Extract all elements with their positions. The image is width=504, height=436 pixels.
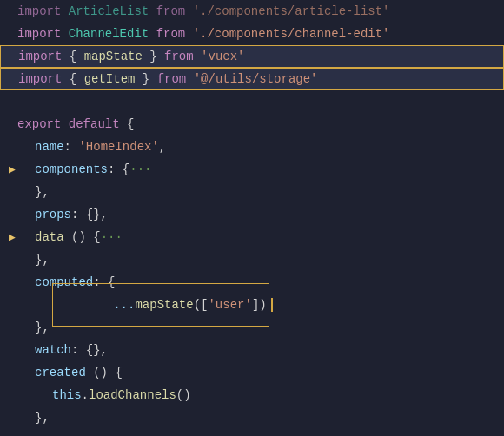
close-brace-comma: },	[35, 185, 50, 199]
prop-data: data	[35, 230, 71, 244]
paren-open: ([	[194, 298, 209, 312]
computed-close: },	[35, 320, 50, 334]
code-line-export: export default {	[0, 113, 504, 135]
string-homeindex: 'HomeIndex'	[78, 140, 158, 154]
spread-operator: ...	[113, 298, 135, 312]
keyword-import: import	[17, 27, 69, 41]
code-line-props: props : {},	[0, 203, 504, 226]
code-line-mapstate: ...mapState(['user'])	[0, 294, 504, 316]
keyword-this: this	[52, 388, 82, 402]
keyword-from: from	[156, 27, 193, 41]
keyword-import: import	[18, 50, 70, 63]
colon: :	[64, 140, 79, 154]
colon-brace: : {	[108, 162, 129, 176]
identifier-mapstate: mapState	[84, 50, 150, 63]
code-line-final-close: },	[0, 406, 504, 429]
ellipsis-data: ···	[101, 230, 123, 244]
prop-components: components	[35, 162, 108, 176]
brace-close: }	[149, 50, 164, 63]
props-braces: : {},	[71, 208, 108, 221]
code-line-components-close: },	[0, 181, 504, 203]
code-line-computed-close: },	[0, 316, 504, 339]
keyword-from: from	[157, 72, 194, 86]
identifier: ChannelEdit	[69, 27, 156, 41]
code-line-2: import ChannelEdit from './components/ch…	[0, 23, 504, 45]
paren-close: ])	[252, 298, 267, 312]
arrow-indicator: ▶	[9, 162, 16, 176]
prop-watch: watch	[35, 343, 71, 357]
code-line-watch: watch : {},	[0, 339, 504, 361]
keyword-import: import	[18, 72, 70, 86]
final-brace: },	[35, 411, 50, 425]
comma: ,	[159, 140, 166, 154]
call-parens: ()	[176, 388, 191, 402]
brace-close: }	[143, 72, 157, 86]
mapstate-call: mapState	[135, 298, 193, 312]
prop-name: name	[35, 140, 64, 154]
keyword-default: default	[69, 117, 127, 131]
data-close: },	[35, 253, 50, 267]
brace: {	[127, 117, 134, 131]
code-line-loadchannels: this . loadChannels ()	[0, 384, 504, 406]
string-path: './components/channel-edit'	[193, 27, 390, 41]
code-line-1: import ArticleList from './components/ar…	[0, 0, 504, 23]
dot: .	[82, 388, 89, 402]
created-paren: () {	[93, 366, 123, 380]
prop-created: created	[35, 366, 93, 380]
code-line-data-close: },	[0, 248, 504, 271]
arrow-indicator-data: ▶	[9, 230, 16, 244]
method-loadchannels: loadChannels	[89, 388, 176, 402]
code-line-name: name : 'HomeIndex' ,	[0, 135, 504, 158]
code-editor: import ArticleList from './components/ar…	[0, 0, 504, 436]
string-path: './components/article-list'	[193, 4, 390, 18]
identifier: ArticleList	[69, 4, 156, 18]
brace-open: {	[70, 72, 84, 86]
code-line-4: import { getItem } from '@/utils/storage…	[0, 68, 504, 90]
keyword-import: import	[17, 4, 69, 18]
code-line-created: created () {	[0, 361, 504, 384]
keyword-from: from	[164, 50, 201, 63]
brace-open: {	[70, 50, 84, 63]
string-user: 'user'	[208, 298, 251, 312]
code-line-3: import { mapState } from 'vuex'	[0, 45, 504, 68]
code-line-components: ▶ components : { ···	[0, 158, 504, 181]
code-line-data: ▶ data () { ···	[0, 226, 504, 248]
string-storage: '@/utils/storage'	[194, 72, 318, 86]
keyword-from: from	[156, 4, 193, 18]
data-parens: () {	[71, 230, 101, 244]
ellipsis: ···	[129, 162, 151, 176]
empty-line	[0, 90, 504, 113]
keyword-export: export	[17, 117, 69, 131]
watch-braces: : {},	[71, 343, 108, 357]
identifier-getitem: getItem	[84, 72, 143, 86]
string-vuex: 'vuex'	[201, 50, 244, 63]
cursor	[271, 298, 273, 312]
prop-props: props	[35, 208, 71, 221]
